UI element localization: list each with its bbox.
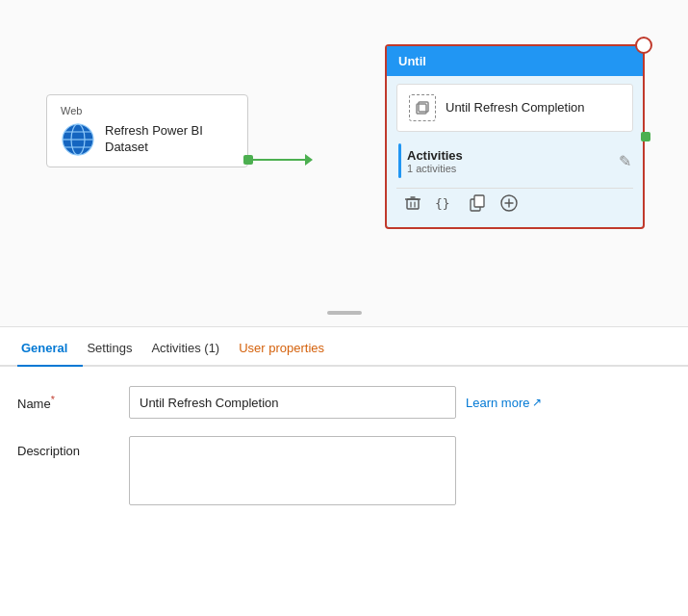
svg-rect-8 — [407, 199, 419, 209]
connector-arrow — [305, 154, 313, 166]
name-label: Name* — [17, 386, 114, 411]
activities-bar — [398, 143, 401, 178]
web-node-content: Refresh Power BI Dataset — [61, 122, 234, 157]
activities-text-block: Activities 1 activities — [407, 148, 613, 174]
edit-pencil-icon[interactable]: ✎ — [619, 152, 631, 170]
activities-title: Activities — [407, 148, 613, 163]
until-status-dot — [635, 37, 652, 54]
until-header: Until — [387, 46, 643, 76]
svg-text:{}: {} — [435, 196, 450, 211]
tabs-row: General Settings Activities (1) User pro… — [0, 327, 688, 367]
web-node-label: Web — [61, 105, 234, 116]
web-node[interactable]: Web Refresh Power BI Dataset — [46, 94, 248, 167]
tab-settings[interactable]: Settings — [83, 327, 147, 367]
until-inner-card-title: Until Refresh Completion — [446, 100, 585, 116]
drag-handle[interactable] — [327, 311, 362, 315]
description-row: Description — [17, 436, 671, 505]
delete-icon[interactable] — [404, 194, 421, 216]
name-input-wrapper: Learn more ↗ — [129, 386, 671, 419]
until-node[interactable]: Until Until Refresh Completion Activitie… — [385, 44, 645, 229]
tab-general[interactable]: General — [17, 327, 83, 367]
action-icons-row: {} — [396, 188, 633, 219]
until-body: Until Refresh Completion Activities 1 ac… — [387, 76, 643, 227]
until-inner-card[interactable]: Until Refresh Completion — [396, 84, 633, 132]
copy-icon[interactable] — [470, 194, 487, 216]
connector-line — [248, 159, 306, 161]
learn-more-link[interactable]: Learn more ↗ — [466, 396, 542, 410]
canvas-area: Web Refresh Power BI Dataset Until — [0, 0, 688, 327]
loop-icon — [409, 94, 436, 121]
until-right-connector — [641, 132, 650, 141]
learn-more-icon: ↗ — [532, 396, 542, 409]
activities-row: Activities 1 activities ✎ — [396, 140, 633, 184]
tab-activities[interactable]: Activities (1) — [147, 327, 235, 367]
add-icon[interactable] — [500, 194, 518, 216]
connector — [248, 154, 313, 166]
form-area: Name* Learn more ↗ Description — [0, 367, 688, 538]
web-node-text: Refresh Power BI Dataset — [105, 123, 234, 156]
globe-icon — [61, 122, 95, 157]
name-row: Name* Learn more ↗ — [17, 386, 671, 419]
description-textarea[interactable] — [129, 436, 456, 505]
name-input[interactable] — [129, 386, 456, 419]
svg-rect-15 — [474, 195, 484, 207]
description-input-wrapper — [129, 436, 671, 505]
tab-user-properties[interactable]: User properties — [235, 327, 340, 367]
description-label: Description — [17, 436, 114, 458]
bottom-panel: General Settings Activities (1) User pro… — [0, 327, 688, 538]
code-icon[interactable]: {} — [435, 195, 456, 215]
connector-dot-left — [243, 155, 253, 165]
activities-sub: 1 activities — [407, 163, 613, 174]
